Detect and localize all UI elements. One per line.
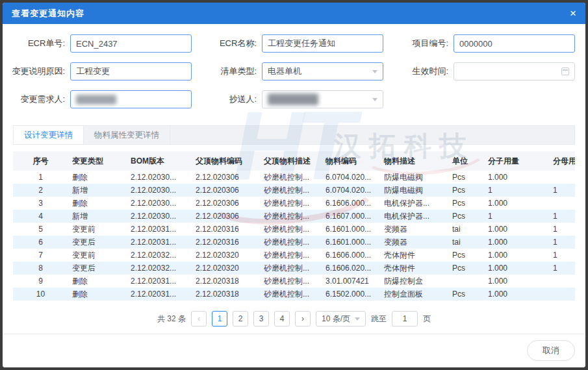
change-requester-input[interactable]	[70, 90, 192, 108]
tab-material-attr-change-detail[interactable]: 物料属性变更详情	[84, 126, 170, 144]
next-page-button[interactable]: ›	[295, 311, 311, 327]
table-row[interactable]: 4新增2.12.02030...2.12.020306砂磨机控制...6.160…	[13, 210, 575, 223]
table-cell: 壳体附件	[380, 249, 448, 262]
dialog-header: 查看变更通知内容 ×	[3, 3, 585, 24]
close-icon[interactable]: ×	[570, 8, 576, 19]
table-cell: 1	[549, 184, 575, 197]
table-cell: 6.1606.000...	[322, 197, 380, 210]
table-cell: 新增	[68, 184, 127, 197]
project-number-input[interactable]: 0000000	[454, 34, 575, 53]
change-notice-form: ECR单号: ECN_2437 ECR名称: 工程变更任务通知 项目编号: 00…	[3, 24, 585, 108]
change-reason-input[interactable]: 工程变更	[70, 62, 192, 80]
effective-time-field: 生效时间:	[392, 62, 575, 80]
table-cell: 2.12.02032...	[127, 262, 192, 275]
table-cell: 防爆控制盒	[380, 275, 448, 288]
page-size-select[interactable]: 10 条/页	[316, 311, 366, 327]
table-cell: 6.1607.000...	[322, 210, 380, 223]
table-cell: 6	[13, 236, 68, 249]
cc-person-field: 抄送人:	[201, 90, 383, 108]
page-button[interactable]: 3	[253, 311, 269, 327]
cc-person-select[interactable]	[262, 90, 383, 108]
project-number-label: 项目编号:	[392, 38, 454, 49]
dialog-title: 查看变更通知内容	[12, 8, 84, 19]
table-cell: 新增	[68, 210, 127, 223]
jump-page-input[interactable]	[392, 311, 418, 327]
table-cell: 3	[13, 197, 68, 210]
ecr-number-label: ECR单号:	[9, 38, 70, 49]
project-number-field: 项目编号: 0000000	[392, 34, 575, 53]
table-cell: 1	[549, 223, 575, 236]
effective-time-date-input[interactable]	[454, 62, 575, 80]
page-button[interactable]: 2	[233, 311, 248, 327]
table-row[interactable]: 5变更前2.12.02031...2.12.020316砂磨机控制...6.16…	[13, 223, 575, 236]
table-cell: 电机保护器...	[380, 197, 448, 210]
table-cell: 2.12.02032...	[127, 249, 192, 262]
page-size-value: 10 条/页	[322, 314, 350, 325]
page-button[interactable]: 1	[212, 311, 227, 327]
column-header: 单位	[448, 151, 484, 171]
table-row[interactable]: 9删除2.12.02031...2.12.020318砂磨机控制...3.01.…	[13, 275, 575, 288]
table-cell: 6.1606.020...	[322, 262, 380, 275]
column-header: 分子用量	[484, 151, 549, 171]
table-cell: 砂磨机控制...	[260, 249, 322, 262]
table-cell: 2.12.020306	[192, 184, 260, 197]
table-cell: 10	[13, 288, 68, 301]
table-cell: 变频器	[380, 223, 448, 236]
table-cell: 删除	[68, 275, 127, 288]
page-button[interactable]: 4	[274, 311, 290, 327]
table-cell: 7	[13, 249, 68, 262]
ecr-name-label: ECR名称:	[201, 38, 262, 49]
table-cell: 变频器	[380, 236, 448, 249]
form-spacer	[392, 90, 575, 108]
table-cell: 变更前	[68, 223, 127, 236]
table-cell: 砂磨机控制...	[260, 210, 322, 223]
cancel-button[interactable]: 取消	[527, 340, 575, 361]
table-row[interactable]: 3删除2.12.02030...2.12.020306砂磨机控制...6.160…	[13, 197, 575, 210]
table-cell: 2.12.020318	[192, 275, 260, 288]
ecr-number-input[interactable]: ECN_2437	[70, 34, 192, 53]
table-cell: 2.12.02031...	[127, 275, 192, 288]
ecr-name-input[interactable]: 工程变更任务通知	[262, 34, 383, 53]
table-cell: 砂磨机控制...	[260, 288, 322, 301]
list-type-select[interactable]: 电器单机	[262, 62, 383, 80]
effective-time-label: 生效时间:	[392, 66, 454, 77]
table-row[interactable]: 6变更后2.12.02031...2.12.020316砂磨机控制...6.16…	[13, 236, 575, 249]
prev-page-button[interactable]: ‹	[191, 311, 207, 327]
table-cell: Pcs	[448, 171, 484, 184]
table-cell: 砂磨机控制...	[260, 184, 322, 197]
table-cell: 1.000	[484, 288, 549, 301]
table-row[interactable]: 7变更前2.12.02032...2.12.020320砂磨机控制...6.16…	[13, 249, 575, 262]
table-cell: 9	[13, 275, 68, 288]
table-cell: 1.000	[484, 262, 549, 275]
table-row[interactable]: 10删除2.12.02031...2.12.020318砂磨机控制...6.15…	[13, 288, 575, 301]
table-cell: 3.01.007421	[322, 275, 380, 288]
change-reason-label: 变更说明原因:	[9, 66, 70, 77]
table-cell: 2.12.020316	[192, 236, 260, 249]
table-cell	[549, 275, 575, 288]
table-cell: 6.1606.000...	[322, 249, 380, 262]
table-cell: 2.12.02030...	[127, 184, 192, 197]
table-cell: 8	[13, 262, 68, 275]
detail-tabs: 设计变更详情 物料属性变更详情	[13, 125, 575, 145]
redacted-requester-value	[76, 95, 116, 105]
column-header: 分母用量	[549, 151, 575, 171]
table-cell: 6.1601.000...	[322, 223, 380, 236]
table-cell	[549, 288, 575, 301]
table-cell: 6.1502.000...	[322, 288, 380, 301]
table-cell: tai	[448, 223, 484, 236]
table-cell: 1	[549, 249, 575, 262]
table-cell: 2.12.020320	[192, 249, 260, 262]
table-row[interactable]: 1删除2.12.02030...2.12.020306砂磨机控制...6.070…	[13, 171, 575, 184]
tab-design-change-detail[interactable]: 设计变更详情	[14, 126, 84, 144]
table-cell: 2.12.02030...	[127, 210, 192, 223]
total-count-label: 共 32 条	[157, 314, 186, 325]
table-body: 1删除2.12.02030...2.12.020306砂磨机控制...6.070…	[13, 171, 575, 301]
dialog-footer: 取消	[3, 334, 585, 367]
table-row[interactable]: 8变更后2.12.02032...2.12.020320砂磨机控制...6.16…	[13, 262, 575, 275]
table-cell: 砂磨机控制...	[260, 236, 322, 249]
chevron-down-icon	[372, 70, 377, 73]
table-cell: 2.12.020316	[192, 223, 260, 236]
ecr-name-field: ECR名称: 工程变更任务通知	[201, 34, 383, 53]
ecr-number-field: ECR单号: ECN_2437	[9, 34, 192, 53]
table-row[interactable]: 2新增2.12.02030...2.12.020306砂磨机控制...6.070…	[13, 184, 575, 197]
